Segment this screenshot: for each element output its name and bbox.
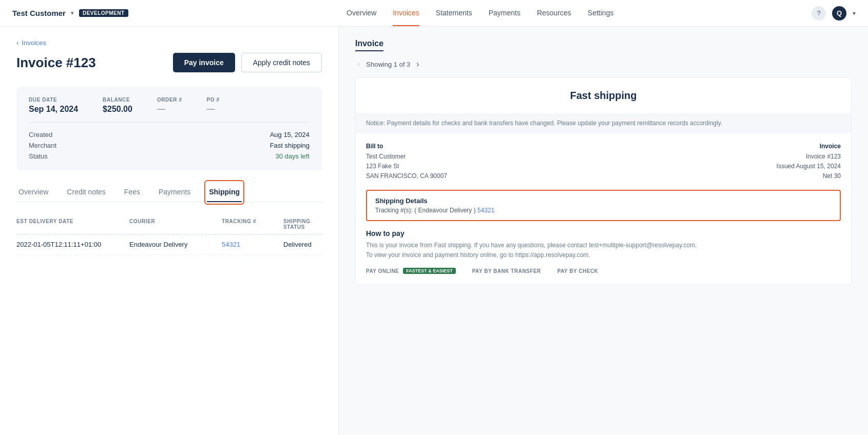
bill-to-label: Bill to	[366, 143, 447, 150]
bill-to-name: Test Customer	[366, 152, 447, 162]
nav-right: ? Q ▾	[812, 6, 856, 21]
pay-methods: PAY ONLINE FASTEST & EASIEST PAY BY BANK…	[366, 266, 841, 274]
bill-to-section: Bill to Test Customer 123 Fake St SAN FR…	[366, 143, 447, 182]
pagination: ‹ Showing 1 of 3 ›	[355, 60, 852, 69]
table-header: EST DELIVERY DATE COURIER TRACKING # SHI…	[16, 214, 322, 234]
page-title: Invoice #123	[16, 55, 96, 71]
right-panel: Invoice ‹ Showing 1 of 3 › Fast shipping…	[339, 27, 868, 435]
top-nav: Test Customer ▾ DEVELOPMENT Overview Inv…	[0, 0, 868, 27]
tab-shipping[interactable]: Shipping	[207, 183, 242, 202]
pay-bank-method: PAY BY BANK TRANSFER	[472, 266, 541, 274]
shipping-details-text: Tracking #(s): ( Endeavour Delivery ) 54…	[375, 207, 832, 214]
shipping-details-title: Shipping Details	[375, 197, 832, 205]
user-menu-chevron[interactable]: ▾	[853, 10, 856, 17]
shipping-details-box: Shipping Details Tracking #(s): ( Endeav…	[366, 190, 841, 221]
prev-page-arrow[interactable]: ‹	[355, 60, 362, 69]
left-panel: ‹ Invoices Invoice #123 Pay invoice Appl…	[0, 27, 339, 435]
shipping-table: EST DELIVERY DATE COURIER TRACKING # SHI…	[16, 214, 322, 255]
po-field: PO # —	[207, 97, 220, 114]
next-page-arrow[interactable]: ›	[414, 60, 421, 69]
due-date-label: DUE DATE	[29, 97, 78, 103]
how-to-pay-text2: To view your invoice and payment history…	[366, 251, 590, 259]
merchant-value: Fast shipping	[270, 142, 310, 149]
po-label: PO #	[207, 97, 220, 103]
pay-online-method: PAY ONLINE FASTEST & EASIEST	[366, 266, 456, 274]
tracking-cell[interactable]: 54321	[222, 241, 283, 248]
bill-to-city: SAN FRANCISCO, CA 90007	[366, 171, 447, 181]
help-icon[interactable]: ?	[812, 6, 826, 21]
nav-links: Overview Invoices Statements Payments Re…	[149, 1, 812, 26]
order-label: ORDER #	[157, 97, 182, 103]
tab-payments[interactable]: Payments	[157, 183, 192, 202]
pay-check-label: PAY BY CHECK	[557, 268, 599, 274]
page-header: Invoice #123 Pay invoice Apply credit no…	[16, 53, 322, 72]
merchant-row: Merchant Fast shipping	[29, 142, 310, 149]
nav-resources[interactable]: Resources	[537, 1, 571, 26]
doc-bill-row: Bill to Test Customer 123 Fake St SAN FR…	[366, 143, 841, 182]
created-value: Aug 15, 2024	[270, 131, 310, 139]
delivery-date-cell: 2022-01-05T12:11:11+01:00	[16, 241, 129, 248]
invoice-preview-title: Invoice	[355, 39, 383, 51]
doc-body: Bill to Test Customer 123 Fake St SAN FR…	[356, 132, 851, 285]
how-to-pay-text1: This is your invoice from Fast shipping.…	[366, 241, 841, 260]
tab-credit-notes[interactable]: Credit notes	[65, 183, 107, 202]
brand-area[interactable]: Test Customer ▾ DEVELOPMENT	[12, 9, 128, 17]
pay-check-method: PAY BY CHECK	[557, 266, 599, 274]
col-tracking: TRACKING #	[222, 219, 283, 230]
created-label: Created	[29, 131, 52, 139]
nav-overview[interactable]: Overview	[346, 1, 376, 26]
balance-value: $250.00	[103, 105, 132, 114]
brand-name: Test Customer	[12, 9, 66, 17]
courier-cell: Endeavour Delivery	[129, 241, 222, 248]
order-field: ORDER # —	[157, 97, 182, 114]
tracking-label: Tracking #(s):	[375, 207, 413, 214]
invoice-tabs: Overview Credit notes Fees Payments Ship…	[16, 183, 322, 202]
nav-payments[interactable]: Payments	[489, 1, 520, 26]
invoice-document: Fast shipping Notice: Payment details fo…	[355, 77, 852, 285]
apply-credit-notes-button[interactable]: Apply credit notes	[241, 53, 322, 72]
breadcrumb[interactable]: ‹ Invoices	[16, 39, 322, 47]
tab-fees[interactable]: Fees	[122, 183, 142, 202]
tracking-courier-name: Endeavour Delivery	[418, 207, 472, 214]
doc-notice: Notice: Payment details for checks and b…	[356, 114, 851, 132]
merchant-label: Merchant	[29, 142, 56, 149]
breadcrumb-label: Invoices	[22, 39, 46, 47]
fastest-badge: FASTEST & EASIEST	[403, 268, 456, 274]
how-to-pay-title: How to pay	[366, 229, 841, 238]
order-value: —	[157, 105, 182, 114]
dev-badge: DEVELOPMENT	[79, 9, 128, 17]
tab-overview[interactable]: Overview	[16, 183, 50, 202]
invoice-preview-header: Invoice	[355, 39, 852, 51]
created-row: Created Aug 15, 2024	[29, 131, 310, 139]
user-avatar[interactable]: Q	[832, 6, 846, 21]
invoice-num: Invoice #123	[777, 152, 841, 162]
invoice-info-card: DUE DATE Sep 14, 2024 BALANCE $250.00 OR…	[16, 87, 322, 170]
bill-to-address: 123 Fake St	[366, 162, 447, 171]
status-label: Status	[29, 152, 48, 160]
header-actions: Pay invoice Apply credit notes	[173, 53, 322, 72]
info-rows: Created Aug 15, 2024 Merchant Fast shipp…	[29, 131, 310, 160]
table-row: 2022-01-05T12:11:11+01:00 Endeavour Deli…	[16, 234, 322, 255]
nav-invoices[interactable]: Invoices	[393, 1, 419, 26]
info-top-row: DUE DATE Sep 14, 2024 BALANCE $250.00 OR…	[29, 97, 310, 123]
breadcrumb-arrow: ‹	[16, 39, 18, 47]
due-date-value: Sep 14, 2024	[29, 105, 78, 114]
balance-field: BALANCE $250.00	[103, 97, 132, 114]
invoice-issued: Issued August 15, 2024	[777, 162, 841, 171]
status-cell: Delivered	[283, 241, 322, 248]
tracking-number-link[interactable]: 54321	[477, 207, 494, 214]
how-to-pay-section: How to pay This is your invoice from Fas…	[366, 229, 841, 274]
nav-settings[interactable]: Settings	[588, 1, 614, 26]
col-status: SHIPPING STATUS	[283, 219, 322, 230]
due-date-field: DUE DATE Sep 14, 2024	[29, 97, 78, 114]
tracking-courier: (	[414, 207, 416, 214]
resolve-pay-link[interactable]: https://app.resolvepay.com	[515, 251, 589, 259]
brand-chevron: ▾	[71, 10, 74, 16]
balance-label: BALANCE	[103, 97, 132, 103]
main-layout: ‹ Invoices Invoice #123 Pay invoice Appl…	[0, 27, 868, 435]
nav-statements[interactable]: Statements	[436, 1, 472, 26]
pay-invoice-button[interactable]: Pay invoice	[173, 53, 235, 72]
doc-merchant-name: Fast shipping	[356, 77, 851, 114]
pagination-text: Showing 1 of 3	[366, 61, 410, 68]
col-delivery-date: EST DELIVERY DATE	[16, 219, 129, 230]
